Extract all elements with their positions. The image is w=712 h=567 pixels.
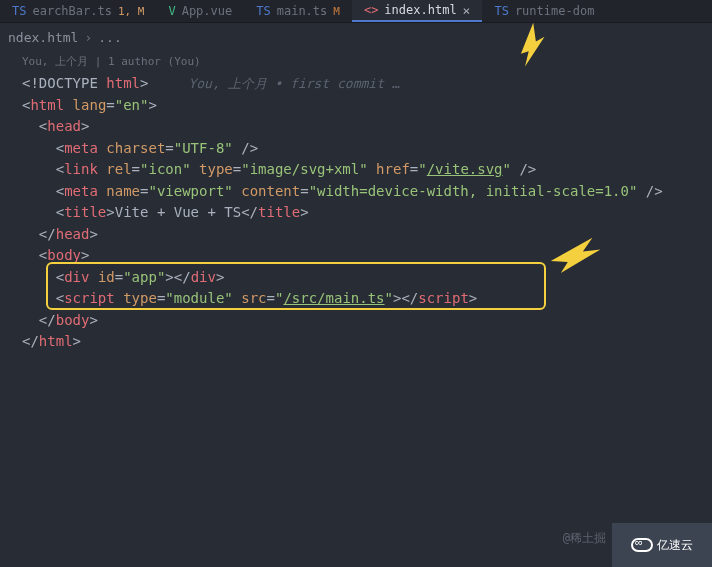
code-line: <div id="app"></div>	[22, 267, 712, 289]
ts-icon: TS	[256, 4, 270, 18]
code-line: <title>Vite + Vue + TS</title>	[22, 202, 712, 224]
code-line: </html>	[22, 331, 712, 353]
code-line: <!DOCTYPE html>You, 上个月 • first commit …	[22, 73, 712, 95]
tab-label: earchBar.ts	[32, 4, 111, 18]
tab-label: index.html	[384, 3, 456, 17]
tab-label: runtime-dom	[515, 4, 594, 18]
code-line: </head>	[22, 224, 712, 246]
editor-tabs: TS earchBar.ts 1, M V App.vue TS main.ts…	[0, 0, 712, 22]
code-editor[interactable]: <!DOCTYPE html>You, 上个月 • first commit ……	[0, 71, 712, 353]
tab-runtime-dom[interactable]: TS runtime-dom	[482, 0, 606, 22]
code-line: <html lang="en">	[22, 95, 712, 117]
breadcrumb-rest: ...	[98, 30, 121, 45]
tab-searchbar[interactable]: TS earchBar.ts 1, M	[0, 0, 156, 22]
cloud-icon	[631, 538, 653, 552]
tab-label: App.vue	[182, 4, 233, 18]
tab-modified: M	[333, 5, 340, 18]
git-author-line: You, 上个月 | 1 author (You)	[0, 52, 712, 71]
tab-label: main.ts	[277, 4, 328, 18]
watermark-text: @稀土掘	[563, 530, 606, 547]
close-icon[interactable]: ×	[463, 3, 471, 18]
code-line: <meta name="viewport" content="width=dev…	[22, 181, 712, 203]
ts-icon: TS	[12, 4, 26, 18]
watermark-logo: 亿速云	[612, 523, 712, 567]
git-code-lens: You, 上个月 • first commit …	[188, 76, 399, 91]
code-line: <body>	[22, 245, 712, 267]
code-line: <script type="module" src="/src/main.ts"…	[22, 288, 712, 310]
vue-icon: V	[168, 4, 175, 18]
tab-main-ts[interactable]: TS main.ts M	[244, 0, 352, 22]
tab-modified: 1, M	[118, 5, 145, 18]
breadcrumb-file: ndex.html	[8, 30, 78, 45]
code-line: <head>	[22, 116, 712, 138]
code-line: <meta charset="UTF-8" />	[22, 138, 712, 160]
code-line: </body>	[22, 310, 712, 332]
breadcrumb[interactable]: ndex.html › ...	[0, 22, 712, 52]
tab-index-html[interactable]: <> index.html ×	[352, 0, 483, 22]
code-line: <link rel="icon" type="image/svg+xml" hr…	[22, 159, 712, 181]
html-icon: <>	[364, 3, 378, 17]
ts-icon: TS	[494, 4, 508, 18]
tab-app-vue[interactable]: V App.vue	[156, 0, 244, 22]
chevron-right-icon: ›	[84, 30, 92, 45]
